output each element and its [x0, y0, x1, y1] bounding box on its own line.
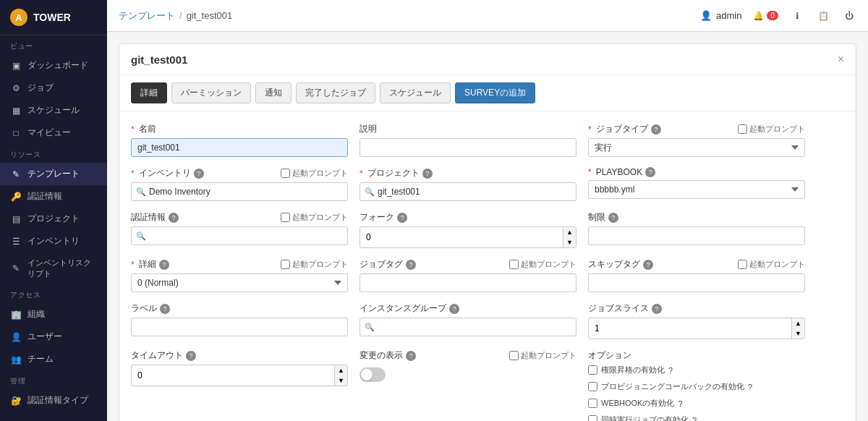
verbosity-help-icon[interactable]: ? [159, 260, 169, 270]
tab-survey[interactable]: SURVEYの追加 [455, 82, 535, 103]
fork-help-icon[interactable]: ? [397, 213, 407, 223]
app-logo: A TOWER [0, 0, 107, 35]
tab-completed-jobs[interactable]: 完了したジョブ [296, 82, 375, 103]
credential-types-icon: 🔐 [10, 395, 22, 407]
timeout-input[interactable] [132, 367, 334, 384]
card-header: git_test001 × [119, 44, 856, 75]
job-type-prompt-checkbox[interactable] [738, 124, 747, 134]
notifications[interactable]: 🔔 0 [753, 11, 778, 21]
show-changes-prompt-checkbox[interactable] [509, 351, 519, 360]
skip-tags-help-icon[interactable]: ? [643, 260, 653, 270]
tab-permission[interactable]: パーミッション [171, 82, 251, 103]
sidebar-item-myview[interactable]: □ マイビュー [0, 122, 107, 144]
restriction-help-icon[interactable]: ? [608, 213, 618, 223]
option1-checkbox[interactable] [588, 365, 597, 375]
instance-groups-search-wrap: 🔍 [359, 318, 576, 336]
info-icon[interactable]: ℹ [790, 9, 804, 23]
credentials-prompt-checkbox[interactable] [281, 213, 290, 222]
option4-checkbox[interactable] [588, 415, 597, 421]
sidebar-item-credentials[interactable]: 🔑 認証情報 [0, 185, 107, 208]
sidebar-item-dashboard[interactable]: ▣ ダッシュボード [0, 54, 107, 77]
form-group-verbosity: * 詳細 ? 起動プロンプト 0 (Normal) 1 (Verbose) [131, 258, 348, 292]
description-input[interactable] [359, 138, 576, 157]
option4-help-icon[interactable]: ? [692, 416, 697, 422]
verbosity-select[interactable]: 0 (Normal) 1 (Verbose) 2 (More Verbose) … [131, 273, 348, 292]
project-help-icon[interactable]: ? [422, 169, 433, 179]
sidebar-item-inventory[interactable]: ☰ インベントリ [0, 230, 107, 252]
form-group-show-changes: 変更の表示 ? 起動プロンプト [359, 349, 576, 421]
job-slicing-input[interactable] [589, 320, 791, 337]
sidebar-section-access: アクセス 🏢 組織 👤 ユーザー 👥 チーム [0, 284, 107, 370]
sidebar-item-teams[interactable]: 👥 チーム [0, 348, 107, 370]
job-slicing-decrement[interactable]: ▼ [792, 328, 804, 339]
option2-help-icon[interactable]: ? [748, 383, 752, 391]
inventory-input[interactable] [149, 184, 343, 199]
sidebar-item-jobs[interactable]: ⚙ ジョブ [0, 77, 107, 99]
breadcrumb-parent[interactable]: テンプレート [119, 9, 175, 22]
sidebar-item-organizations[interactable]: 🏢 組織 [0, 303, 107, 326]
labels-help-icon[interactable]: ? [160, 304, 170, 314]
job-slicing-help-icon[interactable]: ? [652, 304, 662, 314]
playbook-help-icon[interactable]: ? [645, 167, 655, 177]
inventory-help-icon[interactable]: ? [194, 169, 204, 179]
timeout-increment[interactable]: ▲ [335, 365, 347, 375]
skip-tags-input[interactable] [588, 273, 805, 292]
instance-groups-input[interactable] [378, 320, 571, 334]
job-type-select[interactable]: 実行 チェック [588, 138, 805, 157]
restriction-input[interactable] [588, 226, 805, 245]
labels-input[interactable] [131, 318, 348, 336]
instance-groups-help-icon[interactable]: ? [449, 304, 459, 314]
sidebar-item-users[interactable]: 👤 ユーザー [0, 326, 107, 348]
sidebar-item-label: 組織 [27, 308, 45, 320]
option3-help-icon[interactable]: ? [678, 399, 682, 408]
job-tags-prompt-label: 起動プロンプト [509, 259, 576, 270]
playbook-select[interactable]: bbbbb.yml [588, 180, 805, 199]
credentials-help-icon[interactable]: ? [169, 213, 179, 223]
job-tags-prompt-checkbox[interactable] [509, 260, 519, 269]
job-slicing-increment[interactable]: ▲ [792, 318, 804, 328]
name-input[interactable] [131, 138, 348, 157]
sidebar-item-schedule[interactable]: ▦ スケジュール [0, 99, 107, 122]
timeout-help-icon[interactable]: ? [186, 351, 196, 361]
username: admin [716, 10, 741, 21]
tab-notification[interactable]: 通知 [255, 82, 292, 103]
job-type-select-wrap: 実行 チェック [588, 138, 805, 157]
verbosity-prompt-checkbox[interactable] [281, 260, 290, 269]
form-row-2: * インベントリ ? 起動プロンプト 🔍 [131, 167, 844, 201]
skip-tags-prompt-checkbox[interactable] [738, 260, 747, 269]
sidebar-item-label: マイビュー [27, 127, 71, 139]
fork-decrement[interactable]: ▼ [563, 237, 576, 247]
job-tags-help-icon[interactable]: ? [406, 260, 416, 270]
user-menu[interactable]: 👤 admin [700, 10, 741, 21]
tab-schedule[interactable]: スケジュール [380, 82, 451, 103]
description-label: 説明 [359, 123, 576, 135]
job-tags-label: ジョブタグ ? 起動プロンプト [359, 258, 576, 271]
option3-checkbox[interactable] [588, 399, 597, 408]
power-icon[interactable]: ⏻ [842, 9, 856, 23]
fork-input[interactable] [360, 229, 563, 246]
docs-icon[interactable]: 📋 [816, 9, 830, 23]
sidebar-item-projects[interactable]: ▤ プロジェクト [0, 208, 107, 230]
option3-label: WEBHOOKの有効化 [601, 398, 674, 409]
sidebar-item-templates[interactable]: ✎ テンプレート [0, 163, 107, 185]
teams-icon: 👥 [10, 354, 22, 365]
option2-checkbox[interactable] [588, 382, 597, 391]
sidebar-item-credential-types[interactable]: 🔐 認証情報タイプ [0, 389, 107, 412]
show-changes-toggle[interactable] [359, 367, 386, 382]
tab-detail[interactable]: 詳細 [131, 82, 167, 103]
sidebar-item-inventory-scripts[interactable]: ✎ インベントリスクリプト [0, 252, 107, 284]
timeout-decrement[interactable]: ▼ [335, 375, 347, 386]
close-button[interactable]: × [838, 53, 844, 66]
sidebar-section-resources: リソース ✎ テンプレート 🔑 認証情報 ▤ プロジェクト ☰ インベントリ ✎… [0, 144, 107, 284]
notification-badge: 0 [767, 11, 778, 20]
credentials-input[interactable] [149, 229, 343, 243]
template-card: git_test001 × 詳細 パーミッション 通知 完了したジョブ スケジュ… [119, 43, 856, 421]
job-tags-input[interactable] [359, 273, 576, 292]
project-input[interactable] [378, 184, 571, 199]
job-type-help-icon[interactable]: ? [651, 124, 661, 135]
option1-help-icon[interactable]: ? [668, 366, 673, 375]
show-changes-help-icon[interactable]: ? [406, 351, 416, 361]
form-group-instance-groups: インスタンスグループ ? 🔍 [359, 302, 576, 339]
fork-increment[interactable]: ▲ [563, 227, 576, 237]
inventory-prompt-checkbox[interactable] [281, 169, 290, 178]
